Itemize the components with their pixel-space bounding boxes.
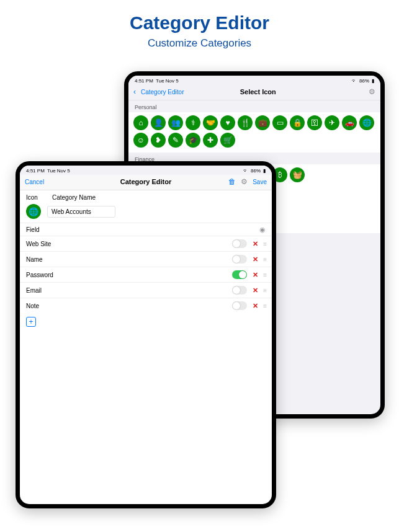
cart-icon[interactable]: 🛒 xyxy=(220,133,235,148)
delete-icon[interactable]: ✕ xyxy=(252,302,258,310)
smile-icon[interactable]: ☺ xyxy=(133,133,148,148)
page-title: Category Editor xyxy=(0,12,399,33)
screen-title: Category Editor xyxy=(68,178,223,185)
globe-icon[interactable]: 🌐 xyxy=(359,115,374,130)
nav-bar: Cancel Category Editor 🗑 ⚙ Save xyxy=(20,175,272,190)
field-name[interactable]: Name xyxy=(26,256,227,263)
cancel-button[interactable]: Cancel xyxy=(25,179,44,185)
student-icon[interactable]: ✎ xyxy=(168,133,183,148)
secure-toggle[interactable] xyxy=(232,286,247,295)
category-editor-screen: 4:51 PM Tue Nov 5 ᯤ86%▮ Cancel Category … xyxy=(16,161,276,508)
delete-icon[interactable]: ✕ xyxy=(252,255,258,264)
section-label: Personal xyxy=(128,100,380,112)
field-row: Name✕≡ xyxy=(20,251,272,267)
save-button[interactable]: Save xyxy=(253,179,267,185)
field-name[interactable]: Note xyxy=(26,303,227,309)
field-row: Web Site✕≡ xyxy=(20,236,272,251)
briefcase-icon[interactable]: 💼 xyxy=(255,115,270,130)
delete-icon[interactable]: ✕ xyxy=(252,271,258,279)
user-icon[interactable]: 👤 xyxy=(151,115,166,130)
basket-icon[interactable]: 🧺 xyxy=(290,167,305,182)
field-name[interactable]: Web Site xyxy=(26,241,227,247)
secure-toggle[interactable] xyxy=(232,301,247,310)
reorder-icon[interactable]: ≡ xyxy=(263,287,266,294)
category-name-label: Category Name xyxy=(52,194,96,201)
field-row: Password✕≡ xyxy=(20,267,272,282)
home-icon[interactable]: ⌂ xyxy=(133,115,148,130)
key-icon[interactable]: ⚿ xyxy=(307,115,322,130)
page-subtitle: Customize Categories xyxy=(0,37,399,50)
status-bar: 4:51 PM Tue Nov 5 ᯤ86%▮ xyxy=(128,76,380,85)
trash-icon[interactable]: 🗑 xyxy=(228,177,236,186)
gear-icon[interactable]: ⚙ xyxy=(241,177,248,186)
secure-toggle[interactable] xyxy=(232,270,247,279)
field-label: Field xyxy=(26,226,40,233)
delete-icon[interactable]: ✕ xyxy=(252,286,258,295)
nurse-icon[interactable]: ⚕ xyxy=(186,115,200,130)
back-chevron-icon[interactable]: ‹ xyxy=(133,88,136,95)
icon-label: Icon xyxy=(26,194,46,201)
heart-icon[interactable]: ♥ xyxy=(220,115,235,130)
plus-icon[interactable]: ✚ xyxy=(203,133,218,148)
field-row: Note✕≡ xyxy=(20,298,272,313)
field-row: Email✕≡ xyxy=(20,282,272,298)
id-card-icon[interactable]: ▭ xyxy=(272,115,287,130)
secure-toggle[interactable] xyxy=(232,255,247,264)
tag-icon[interactable]: ❥ xyxy=(151,133,166,148)
category-icon[interactable]: 🌐 xyxy=(26,204,41,219)
nav-bar: ‹ Category Editor Select Icon ⚙ xyxy=(128,85,380,100)
back-button[interactable]: Category Editor xyxy=(141,89,184,95)
icon-grid: ⌂👤👥⚕🤝♥🍴💼▭🔒⚿✈🚗🌐☺❥✎🎓✚🛒 xyxy=(128,112,380,153)
visibility-icon[interactable]: ◉ xyxy=(259,226,266,234)
secure-toggle[interactable] xyxy=(232,239,247,248)
users-icon[interactable]: 👥 xyxy=(168,115,183,130)
car-icon[interactable]: 🚗 xyxy=(342,115,357,130)
status-bar: 4:51 PM Tue Nov 5 ᯤ86%▮ xyxy=(20,166,272,175)
reorder-icon[interactable]: ≡ xyxy=(263,303,266,309)
reorder-icon[interactable]: ≡ xyxy=(263,272,266,278)
utensils-icon[interactable]: 🍴 xyxy=(238,115,253,130)
screen-title: Select Icon xyxy=(184,88,332,95)
lock-icon[interactable]: 🔒 xyxy=(290,115,305,130)
gear-icon[interactable]: ⚙ xyxy=(369,87,375,96)
field-name[interactable]: Email xyxy=(26,287,227,294)
delete-icon[interactable]: ✕ xyxy=(252,240,258,248)
graduation-icon[interactable]: 🎓 xyxy=(186,133,200,148)
category-name-input[interactable] xyxy=(47,206,115,218)
reorder-icon[interactable]: ≡ xyxy=(263,256,266,263)
plane-icon[interactable]: ✈ xyxy=(325,115,339,130)
handshake-icon[interactable]: 🤝 xyxy=(203,115,218,130)
reorder-icon[interactable]: ≡ xyxy=(263,241,266,247)
field-name[interactable]: Password xyxy=(26,272,227,278)
add-field-button[interactable]: + xyxy=(26,317,36,327)
